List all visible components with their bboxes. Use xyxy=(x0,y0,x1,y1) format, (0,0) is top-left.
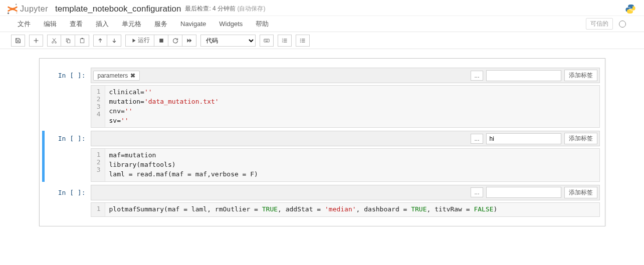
python-kernel-icon[interactable] xyxy=(625,4,636,15)
menu-edit[interactable]: 编辑 xyxy=(37,17,63,32)
tag-input[interactable] xyxy=(486,133,561,144)
input-prompt: In [ ]: xyxy=(45,131,91,182)
tag-input[interactable] xyxy=(486,187,561,198)
keyboard-icon xyxy=(264,38,270,44)
add-tag-button[interactable]: 添加标签 xyxy=(564,133,597,144)
ordered-list-icon: 123 xyxy=(282,38,288,44)
tag-input[interactable] xyxy=(486,70,561,81)
tag-remove-icon[interactable]: ✖ xyxy=(130,72,135,79)
gutter: 123 xyxy=(91,149,105,181)
code-text: plotmafSummary(maf = laml, rmOutlier = T… xyxy=(105,203,502,216)
menubar: 文件 编辑 查看 插入 单元格 服务 Navigate Widgets 帮助 可… xyxy=(0,16,644,32)
notebook-container: In [ ]: parameters ✖ ... 添加标签 1234 clini… xyxy=(0,49,644,226)
celltype-select[interactable]: 代码 xyxy=(200,35,256,47)
run-icon xyxy=(130,38,136,44)
code-cell[interactable]: In [ ]: parameters ✖ ... 添加标签 1234 clini… xyxy=(45,68,600,128)
svg-point-3 xyxy=(16,12,17,13)
save-icon xyxy=(15,38,21,44)
toolbar: 运行 代码 123 xyxy=(0,32,644,49)
cut-button[interactable] xyxy=(47,35,61,47)
notebook: In [ ]: parameters ✖ ... 添加标签 1234 clini… xyxy=(39,58,605,226)
code-editor[interactable]: 1234 clinical='' mutation='data_mutation… xyxy=(91,85,600,128)
tag-label: parameters xyxy=(98,72,128,79)
code-cell[interactable]: In [ ]: ... 添加标签 1 plotmafSummary(maf = … xyxy=(45,185,600,217)
svg-point-16 xyxy=(300,40,301,41)
code-cell[interactable]: In [ ]: ... 添加标签 123 maf=mutation librar… xyxy=(42,131,600,182)
run-label: 运行 xyxy=(138,36,150,45)
menu-file[interactable]: 文件 xyxy=(11,17,37,32)
paste-button[interactable] xyxy=(75,35,89,47)
checkpoint-status: 最后检查: 4 分钟前 (自动保存) xyxy=(185,5,265,13)
jupyter-logo[interactable]: Jupyter xyxy=(6,3,48,16)
code-editor[interactable]: 123 maf=mutation library(maftools) laml … xyxy=(91,148,600,182)
add-tag-button[interactable]: 添加标签 xyxy=(564,187,597,198)
move-up-button[interactable] xyxy=(93,35,107,47)
code-text: maf=mutation library(maftools) laml = re… xyxy=(105,149,262,181)
cut-icon xyxy=(51,38,57,44)
jupyter-icon xyxy=(6,3,19,16)
move-down-button[interactable] xyxy=(107,35,121,47)
tag-more-button[interactable]: ... xyxy=(471,187,483,197)
code-text: clinical='' mutation='data_mutation.txt'… xyxy=(105,86,223,127)
menu-insert[interactable]: 插入 xyxy=(89,17,115,32)
menu-help[interactable]: 帮助 xyxy=(249,17,275,32)
notebook-name[interactable]: template_notebook_configuration xyxy=(55,4,181,14)
gutter: 1 xyxy=(91,203,105,216)
tag-more-button[interactable]: ... xyxy=(471,134,483,144)
svg-point-17 xyxy=(300,42,301,43)
tag-toolbar: parameters ✖ ... 添加标签 xyxy=(91,68,600,83)
fast-forward-icon xyxy=(186,38,192,44)
svg-rect-7 xyxy=(67,40,70,43)
menu-widgets[interactable]: Widgets xyxy=(212,17,249,31)
svg-rect-8 xyxy=(80,39,84,43)
svg-rect-9 xyxy=(81,38,83,39)
tag-more-button[interactable]: ... xyxy=(471,71,483,81)
stop-icon xyxy=(158,38,164,44)
svg-point-1 xyxy=(16,4,17,5)
svg-rect-10 xyxy=(159,39,163,43)
arrow-down-icon xyxy=(111,38,117,44)
input-prompt: In [ ]: xyxy=(45,185,91,217)
restart-button[interactable] xyxy=(168,35,182,47)
restart-run-all-button[interactable] xyxy=(182,35,196,47)
gutter: 1234 xyxy=(91,86,105,127)
restart-icon xyxy=(172,38,178,44)
copy-button[interactable] xyxy=(61,35,75,47)
svg-point-2 xyxy=(8,12,9,14)
trusted-indicator[interactable]: 可信的 xyxy=(586,18,613,30)
svg-text:3: 3 xyxy=(282,41,283,43)
menu-cell[interactable]: 单元格 xyxy=(115,17,148,32)
interrupt-button[interactable] xyxy=(154,35,168,47)
menu-kernel[interactable]: 服务 xyxy=(148,17,174,32)
run-button[interactable]: 运行 xyxy=(125,35,154,47)
celltoolbar-list-button[interactable]: 123 xyxy=(278,35,292,47)
tag-chip[interactable]: parameters ✖ xyxy=(93,71,140,81)
add-tag-button[interactable]: 添加标签 xyxy=(564,70,597,81)
plus-icon xyxy=(33,38,39,44)
paste-icon xyxy=(79,38,85,44)
celltoolbar-bullet-button[interactable] xyxy=(296,35,310,47)
checkpoint-value: 4 分钟前 xyxy=(212,5,236,12)
save-button[interactable] xyxy=(11,35,25,47)
checkpoint-label: 最后检查: xyxy=(185,5,210,12)
bullet-list-icon xyxy=(300,38,306,44)
code-editor[interactable]: 1 plotmafSummary(maf = laml, rmOutlier =… xyxy=(91,202,600,217)
command-palette-button[interactable] xyxy=(260,35,274,47)
arrow-up-icon xyxy=(97,38,103,44)
svg-point-15 xyxy=(300,39,301,40)
menu-navigate[interactable]: Navigate xyxy=(174,17,212,31)
insert-cell-button[interactable] xyxy=(29,35,43,47)
autosave-label: (自动保存) xyxy=(237,5,265,12)
menu-view[interactable]: 查看 xyxy=(63,17,89,32)
header: Jupyter template_notebook_configuration … xyxy=(0,0,644,16)
kernel-status-idle-icon[interactable] xyxy=(619,21,626,28)
tag-toolbar: ... 添加标签 xyxy=(91,131,600,146)
jupyter-logo-text: Jupyter xyxy=(20,5,48,14)
input-prompt: In [ ]: xyxy=(45,68,91,128)
copy-icon xyxy=(65,38,71,44)
tag-toolbar: ... 添加标签 xyxy=(91,185,600,200)
